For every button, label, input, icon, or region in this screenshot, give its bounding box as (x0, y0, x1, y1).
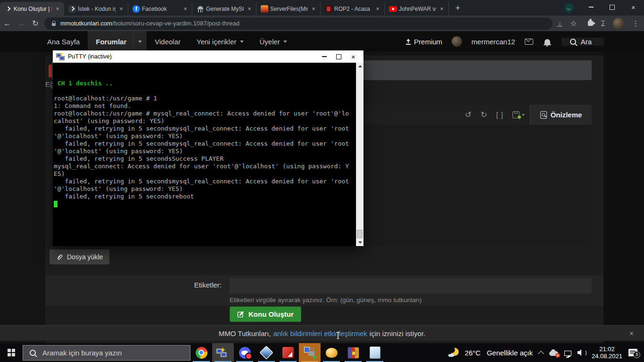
pencil-icon (237, 311, 244, 318)
user-avatar[interactable] (452, 36, 462, 47)
preview-button[interactable]: Önizleme (530, 105, 592, 125)
back-icon[interactable]: ← (0, 19, 14, 28)
tab-serverfiles[interactable]: ServerFiles(Mistic (256, 2, 321, 16)
start-button[interactable] (0, 343, 23, 362)
new-tab-button[interactable] (452, 2, 464, 15)
onedrive-error-icon[interactable] (549, 351, 558, 356)
clock-time: 21:02 (592, 346, 622, 353)
taskbar-discord[interactable] (234, 343, 256, 362)
taskbar-search-input[interactable] (41, 348, 175, 357)
tab-title: Generate MySQL (206, 6, 244, 12)
tab-close-icon[interactable] (54, 5, 61, 13)
bbcode-icon[interactable]: [ ] (496, 111, 504, 119)
taskbar-search[interactable] (23, 345, 190, 361)
putty-terminal[interactable]: CH 1 deschis .. root@localhost:/usr/game… (53, 63, 363, 246)
putty-titlebar[interactable]: PuTTY (inactive) (53, 50, 363, 63)
extensions-puzzle-icon[interactable] (588, 21, 593, 26)
redo-icon[interactable] (480, 110, 487, 120)
tab-close-icon[interactable] (310, 5, 317, 13)
upload-file-button[interactable]: Dosya yükle (50, 249, 109, 264)
nav-right: Premium mermercan12 Ara (406, 31, 644, 52)
tab-close-icon[interactable] (182, 5, 189, 13)
premium-link[interactable]: Premium (406, 38, 442, 46)
taskbar-winrar[interactable] (342, 343, 364, 362)
forum-search[interactable]: Ara (561, 38, 604, 46)
putty-icon (56, 53, 65, 61)
preview-doc-icon (540, 111, 547, 119)
download-icon[interactable] (557, 21, 562, 26)
taskbar-putty[interactable] (212, 343, 234, 362)
network-icon[interactable] (564, 351, 571, 356)
search-icon (30, 350, 36, 356)
putty-window[interactable]: PuTTY (inactive) CH 1 deschis .. root@lo… (53, 50, 363, 246)
taskbar-notepad[interactable] (364, 343, 386, 362)
lock-icon (52, 23, 56, 26)
notification-close-icon[interactable] (629, 329, 634, 338)
taskbar-clock[interactable]: 21:02 24.08.2021 (592, 346, 622, 360)
terminal-scrollbar[interactable] (356, 63, 363, 246)
tab-istek[interactable]: İstek - Kodun işle (64, 2, 128, 16)
bookmark-star-icon[interactable] (570, 19, 577, 28)
notification-rest: için izninizi istiyor. (370, 329, 425, 337)
browser-maximize-button[interactable] (602, 0, 623, 14)
tab-konu-olustur[interactable]: Konu Oluştur | M (0, 2, 64, 16)
browser-profile-avatar[interactable] (613, 18, 624, 29)
toolbar-icons (557, 18, 639, 29)
playlist-extension-icon[interactable] (601, 21, 605, 26)
nav-videos[interactable]: Videolar (147, 31, 189, 52)
terminal-line: ES) (54, 170, 355, 178)
drafts-save-icon[interactable] (512, 111, 525, 118)
taskbar-chrome[interactable] (190, 343, 212, 362)
account-circle-icon[interactable] (564, 3, 574, 13)
scrollbar-thumb[interactable] (357, 230, 363, 238)
putty-maximize-button[interactable] (331, 51, 346, 62)
taskbar-red-app[interactable] (277, 343, 299, 362)
reload-icon[interactable]: ↻ (28, 19, 42, 28)
notification-site: MMO Tutkunları, (219, 329, 271, 337)
notification-link[interactable]: anlık bildirimleri etkinleştirmek (273, 329, 367, 337)
nav-home[interactable]: Ana Sayfa (39, 31, 88, 52)
tab-title: ServerFiles(Mistic (270, 6, 308, 12)
tab-facebook[interactable]: Facebook (128, 2, 192, 16)
nav-forums[interactable]: Forumlar (88, 31, 147, 52)
tab-close-icon[interactable] (438, 5, 446, 13)
nav-new-content[interactable]: Yeni içerikler (189, 31, 252, 52)
action-center-icon[interactable]: 3 (628, 349, 637, 356)
speaker-icon[interactable] (578, 349, 586, 356)
tab-rop2[interactable]: ROP2 - Acasa (321, 2, 385, 16)
tab-close-icon[interactable] (246, 5, 253, 13)
taskbar-gold-app[interactable] (321, 343, 342, 362)
weather-moon-icon[interactable] (448, 347, 459, 358)
browser-menu-icon[interactable] (632, 19, 639, 28)
tab-close-icon[interactable] (117, 5, 125, 13)
weather-temp[interactable]: 26°C (465, 349, 481, 357)
putty-icon (216, 347, 227, 357)
create-thread-button[interactable]: Konu Oluştur (230, 306, 301, 322)
taskbar-virtualbox[interactable] (256, 343, 277, 362)
tags-input[interactable] (230, 278, 592, 294)
weather-condition[interactable]: Genellikle açık (487, 349, 533, 357)
username[interactable]: mermercan12 (471, 38, 515, 46)
nav-members[interactable]: Üyeler (252, 31, 295, 52)
undo-icon[interactable] (465, 110, 471, 120)
chrome-icon (196, 347, 207, 359)
scroll-down-icon[interactable] (356, 239, 363, 246)
editor-toolbar-icons: [ ] (465, 105, 525, 125)
putty-minimize-button[interactable] (317, 51, 331, 62)
address-bar[interactable]: mmotutkunlari.com /bolum/soru-cevap-ve-y… (44, 17, 553, 30)
tab-generate-mysql[interactable]: Generate MySQL (192, 2, 256, 16)
tab-close-icon[interactable] (374, 5, 381, 13)
browser-close-button[interactable] (623, 0, 644, 14)
messages-envelope-icon[interactable] (525, 39, 533, 45)
taskbar-lock-app[interactable] (299, 343, 321, 362)
forward-icon[interactable]: → (14, 19, 28, 28)
nav-forums-caret[interactable] (133, 31, 147, 52)
terminal-line: mysql_real_connect: Access denied for us… (54, 163, 355, 170)
putty-close-button[interactable] (346, 51, 361, 62)
scroll-up-icon[interactable] (356, 63, 363, 70)
tab-youtube[interactable]: JohnPeWAR vs M (385, 2, 449, 16)
browser-minimize-button[interactable] (580, 0, 602, 14)
facebook-favicon (132, 5, 140, 13)
alerts-bell-icon[interactable] (545, 39, 550, 44)
tray-chevron-up-icon[interactable] (538, 351, 544, 357)
